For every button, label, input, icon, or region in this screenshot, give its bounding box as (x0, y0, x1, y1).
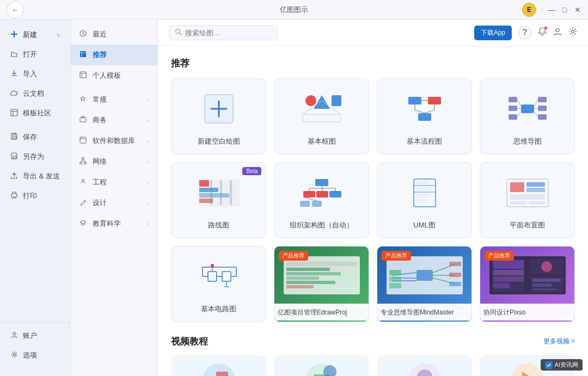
video-card-1[interactable] (171, 355, 266, 376)
nav-item-business[interactable]: 商务 › (71, 110, 157, 131)
nav-item-software[interactable]: 软件和数据库 › (71, 131, 157, 151)
user-button[interactable] (553, 27, 562, 38)
sidebar-item-template[interactable]: 模板社区 (0, 103, 70, 123)
template-card-route[interactable]: Beta 路线图 (171, 162, 266, 238)
svg-line-66 (534, 112, 538, 117)
back-button[interactable]: ← (7, 1, 24, 19)
template-card-edrawproj[interactable]: 产品推荐 亿图项目管理EdrawProj (274, 246, 369, 322)
svg-rect-46 (408, 97, 421, 104)
svg-rect-128 (389, 270, 401, 275)
watermark-text: AI资讯网 (555, 361, 578, 369)
help-button[interactable]: ? (518, 26, 531, 39)
video-card-2[interactable] (274, 355, 369, 376)
nav-item-education[interactable]: 教育科学 › (71, 213, 157, 234)
svg-rect-56 (509, 106, 517, 111)
download-app-button[interactable]: 下载App (474, 26, 512, 40)
cloud-icon (10, 89, 19, 98)
svg-point-110 (211, 264, 214, 267)
svg-rect-43 (303, 114, 341, 122)
nav-item-recommend[interactable]: 推荐 (71, 45, 157, 65)
avatar[interactable]: E (522, 3, 536, 17)
nav-item-design[interactable]: 设计 › (71, 193, 157, 213)
content-toolbar: 下载App ? (158, 20, 588, 46)
sidebar-item-save[interactable]: 保存 (0, 127, 70, 147)
software-icon (79, 137, 88, 145)
svg-rect-69 (199, 188, 218, 192)
sidebar-export-label: 导出 & 发送 (23, 171, 60, 181)
close-button[interactable]: ✕ (574, 6, 581, 14)
sidebar-item-saveas[interactable]: 另存为 (0, 147, 70, 167)
sidebar-open-label: 打开 (23, 50, 37, 59)
recent-icon (79, 30, 88, 39)
education-icon (79, 219, 88, 228)
nav-item-general[interactable]: 常规 › (71, 89, 157, 110)
svg-rect-48 (418, 113, 431, 121)
search-input[interactable] (185, 29, 267, 37)
titlebar-right: E — □ ✕ (522, 3, 581, 17)
sidebar-item-export[interactable]: 导出 & 发送 (0, 167, 70, 186)
template-card-basic-frame[interactable]: 基本框图 (274, 78, 369, 155)
engineering-chevron-icon: › (147, 180, 149, 186)
titlebar: ← 亿图图示 E — □ ✕ (0, 0, 588, 20)
sidebar-item-import[interactable]: 导入 (0, 64, 70, 84)
template-card-uml[interactable]: UML图 (377, 162, 472, 238)
sidebar-save-label: 保存 (23, 132, 37, 142)
template-label-layout: 平面布置图 (510, 220, 545, 230)
svg-rect-100 (529, 201, 545, 205)
general-chevron-icon: › (147, 97, 149, 103)
sidebar-item-account[interactable]: 账户 (0, 326, 70, 346)
sidebar-item-new[interactable]: 新建 + (0, 25, 70, 45)
sidebar-item-open[interactable]: 打开 (0, 45, 70, 64)
template-card-basic-flow[interactable]: 基本流程图 (377, 78, 472, 155)
svg-rect-42 (332, 95, 341, 106)
svg-line-65 (534, 108, 538, 109)
svg-rect-5 (13, 137, 16, 139)
nav-item-recent[interactable]: 最近 (71, 24, 157, 45)
svg-rect-79 (300, 201, 310, 207)
template-card-layout[interactable]: 平面布置图 (480, 162, 575, 238)
svg-rect-68 (199, 180, 209, 187)
nav-business-label: 商务 (93, 115, 107, 125)
svg-rect-95 (510, 182, 524, 192)
left-sidebar: 新建 + 打开 导入 云文档 (0, 20, 71, 376)
engineering-icon (79, 178, 88, 187)
nav-recent-label: 最近 (93, 29, 107, 39)
sidebar-item-options[interactable]: 选项 (0, 346, 70, 365)
watermark: AI资讯网 (541, 359, 583, 371)
notification-button[interactable] (538, 27, 547, 38)
svg-rect-77 (316, 191, 328, 198)
nav-item-engineering[interactable]: 工程 › (71, 172, 157, 193)
network-icon (79, 157, 88, 166)
nav-engineering-label: 工程 (93, 177, 107, 187)
content-scroll: 推荐 新建空白绘图 (158, 46, 588, 376)
template-card-org[interactable]: 组织架构图（自动） (274, 162, 369, 238)
template-card-pixso[interactable]: 产品推荐 (480, 246, 575, 322)
sidebar-item-print[interactable]: 打印 (0, 186, 70, 206)
sidebar-item-cloud[interactable]: 云文档 (0, 84, 70, 103)
video-card-3[interactable] (377, 355, 472, 376)
svg-rect-18 (80, 118, 86, 122)
video-section-header: 视频教程 更多视频 > (171, 335, 575, 348)
options-icon (10, 351, 19, 360)
template-card-new-blank[interactable]: 新建空白绘图 (171, 78, 266, 155)
nav-item-personal[interactable]: 个人模板 (71, 65, 157, 86)
template-card-circuit[interactable]: 基本电路图 (171, 246, 266, 322)
svg-rect-97 (526, 188, 545, 192)
template-card-mindmap[interactable]: 思维导图 (480, 78, 575, 155)
sidebar-bottom: 账户 选项 (0, 319, 70, 371)
svg-rect-57 (509, 114, 517, 120)
search-box[interactable] (169, 25, 278, 40)
minimize-button[interactable]: — (548, 6, 555, 14)
sidebar-import-label: 导入 (23, 69, 37, 79)
template-card-mindmaster[interactable]: 产品推荐 (377, 246, 472, 322)
settings-button[interactable] (568, 27, 577, 38)
nav-item-network[interactable]: 网络 › (71, 151, 157, 172)
svg-rect-114 (286, 262, 357, 266)
search-icon (175, 28, 182, 37)
more-videos-link[interactable]: 更多视频 > (543, 337, 575, 346)
svg-rect-116 (286, 272, 341, 275)
template-grid: 新建空白绘图 基本框图 (171, 78, 575, 322)
svg-line-63 (517, 112, 521, 117)
maximize-button[interactable]: □ (561, 6, 568, 14)
svg-line-34 (180, 33, 182, 35)
